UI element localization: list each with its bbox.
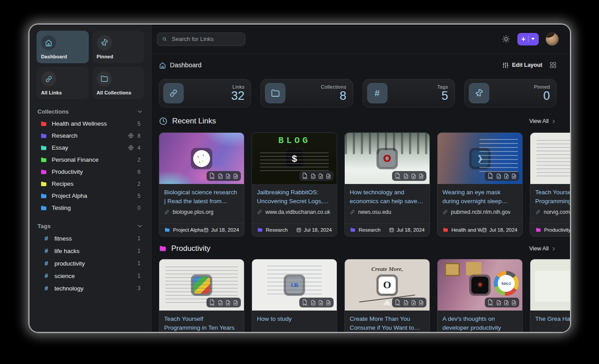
readable-format-icon: [511, 300, 517, 306]
site-favicon: UB: [284, 274, 305, 296]
sdlc-diagram: SDLC: [494, 271, 519, 296]
stats-row: Links 32 Collections 8 # Tags 5: [159, 79, 557, 107]
link-card[interactable]: BLOG $ HTML Jailbreaking RabbitOS: Uncov…: [252, 132, 337, 237]
link-icon: [41, 71, 56, 86]
tag-item[interactable]: # life hacks 1: [37, 245, 144, 257]
theme-toggle-sun-icon[interactable]: [502, 35, 510, 43]
link-card[interactable]: UB HTML How to study: [252, 259, 337, 332]
sidebar-item-pinned[interactable]: Pinned: [92, 31, 145, 63]
stat-card-collections[interactable]: Collections 8: [260, 79, 353, 107]
link-preview-image: [530, 259, 570, 311]
chevron-down-icon: [136, 223, 143, 229]
card-collection[interactable]: Health and Well...: [442, 227, 482, 233]
link-card[interactable]: The Grea Hack: Le: [530, 259, 570, 332]
collection-name: Project Alpha: [173, 227, 203, 233]
edit-layout-button[interactable]: Edit Layout: [502, 62, 542, 69]
home-icon: [41, 35, 56, 50]
link-title: Create More Than You Consume if You Want…: [350, 315, 425, 332]
tag-count: 3: [137, 285, 140, 291]
collection-name: Productivity: [52, 168, 133, 175]
collection-item[interactable]: Project Alpha 5: [37, 190, 144, 202]
search-box[interactable]: [157, 33, 245, 46]
stat-card-tags[interactable]: # Tags 5: [363, 79, 455, 107]
collection-item[interactable]: Testing 0: [37, 202, 144, 214]
site-favicon: [191, 148, 212, 169]
card-collection[interactable]: Research: [257, 227, 288, 233]
readable-format-icon: [511, 173, 517, 179]
tag-item[interactable]: # productivity 1: [37, 257, 144, 270]
link-title: How technology and economics can help sa…: [350, 188, 425, 205]
pdf-format-icon: [504, 173, 509, 179]
stat-card-pinned[interactable]: Pinned 0: [464, 79, 557, 107]
user-avatar[interactable]: [546, 33, 558, 45]
card-collection[interactable]: Research: [350, 227, 380, 233]
section-title: Productivity: [171, 244, 211, 253]
tag-item[interactable]: # technology 3: [37, 282, 144, 294]
tag-item[interactable]: # fitness 1: [37, 232, 144, 245]
preserved-formats-badge: HTML: [207, 171, 241, 181]
breadcrumb: Dashboard: [159, 61, 202, 69]
hash-icon: #: [43, 247, 50, 254]
screenshot-format-icon: [218, 173, 223, 179]
sidebar-item-all-collections[interactable]: All Collections: [92, 67, 145, 99]
create-new-button[interactable]: +: [517, 33, 539, 45]
card-collection[interactable]: Productivity: [535, 227, 570, 233]
site-favicon: ❯: [469, 148, 491, 169]
tag-name: life hacks: [54, 248, 133, 254]
folder-icon: [265, 83, 285, 103]
link-preview-image: HTML: [530, 133, 570, 184]
readable-format-icon: [233, 173, 239, 179]
collection-item[interactable]: Essay 4: [37, 142, 144, 154]
layout-grid-icon[interactable]: [549, 61, 557, 69]
preserved-formats-badge: HTML: [485, 298, 519, 307]
site-favicon: $: [284, 148, 305, 169]
link-card[interactable]: O HTML How technology and economics can …: [344, 132, 430, 237]
link-card[interactable]: HTML Biological science research | Read …: [159, 132, 244, 237]
tags-header-label: Tags: [37, 223, 50, 229]
folder-icon: [257, 227, 263, 233]
tags-header[interactable]: Tags: [37, 223, 143, 229]
link-card[interactable]: SDLC ✳ HTML A dev's thoughts on develope…: [437, 259, 523, 332]
html-format-icon: HTML: [209, 299, 216, 306]
app-window: Dashboard Pinned All Links All Collectio…: [29, 25, 570, 332]
collection-count: 0: [137, 205, 140, 211]
preview-text: Create More,: [345, 266, 430, 273]
calendar-icon: [389, 227, 394, 233]
link-preview-image: ❯ HTML: [438, 133, 522, 184]
hash-icon: #: [43, 285, 50, 292]
folder-icon: [535, 227, 541, 233]
pdf-format-icon: [318, 300, 324, 306]
collection-name: Project Alpha: [52, 192, 133, 199]
folder-icon: [159, 245, 167, 252]
collection-name: Essay: [52, 144, 124, 151]
view-all-productivity-link[interactable]: View All: [529, 245, 557, 252]
link-card[interactable]: HTML Teach Yourself Programming in Ten Y…: [159, 259, 244, 332]
link-card[interactable]: ❯ HTML Wearing an eye mask during overni…: [437, 132, 523, 237]
sidebar-item-dashboard[interactable]: Dashboard: [37, 31, 89, 63]
tag-name: productivity: [54, 260, 133, 267]
folder-icon: [40, 193, 47, 199]
link-preview-image: SDLC ✳ HTML: [438, 259, 522, 311]
card-date: Jul 18, 2024: [389, 227, 425, 233]
card-collection[interactable]: Project Alpha: [164, 227, 203, 233]
collection-item[interactable]: Research 8: [37, 130, 144, 142]
link-card[interactable]: HTML Teach Yourself Programming in Ten Y…: [530, 132, 570, 237]
search-input[interactable]: [171, 35, 240, 43]
pdf-format-icon: [411, 300, 417, 306]
tag-count: 1: [137, 248, 140, 254]
link-url: www.da.vidbuchanan.co.uk: [257, 209, 332, 215]
collections-header[interactable]: Collections: [37, 108, 143, 115]
link-card[interactable]: Create More, O HTML Create More Than You…: [344, 259, 430, 332]
sidebar-item-all-links[interactable]: All Links: [37, 67, 89, 99]
collection-item[interactable]: Productivity 6: [37, 166, 144, 178]
recent-links-row: HTML Biological science research | Read …: [159, 132, 570, 237]
link-url: pubmed.ncbi.nlm.nih.gov: [442, 209, 517, 215]
stat-card-links[interactable]: Links 32: [159, 79, 251, 107]
collection-item[interactable]: Health and Wellness 5: [37, 118, 144, 130]
caret-down-icon: [531, 38, 535, 40]
card-date: Jul 18, 2024: [482, 227, 517, 233]
view-all-recent-link[interactable]: View All: [529, 118, 557, 124]
collection-item[interactable]: Personal Finance 2: [37, 154, 144, 166]
collection-item[interactable]: Recipes 2: [37, 178, 144, 190]
tag-item[interactable]: # science 1: [37, 270, 144, 282]
